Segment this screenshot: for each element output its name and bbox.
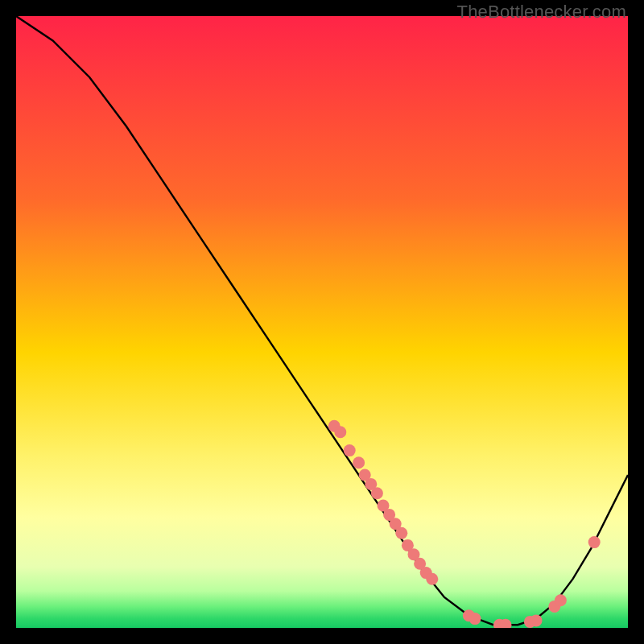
- data-point: [395, 527, 407, 539]
- data-point: [426, 573, 438, 585]
- data-point: [469, 613, 481, 625]
- data-point: [344, 444, 356, 456]
- data-point: [334, 426, 346, 438]
- data-point: [530, 614, 543, 626]
- chart-svg: [16, 16, 628, 628]
- chart-frame: [16, 16, 628, 628]
- data-point: [353, 456, 365, 469]
- data-point: [371, 487, 383, 499]
- data-point: [588, 536, 601, 548]
- gradient-background: [16, 16, 628, 628]
- watermark-text: TheBottlenecker.com: [457, 2, 626, 23]
- data-point: [555, 594, 567, 606]
